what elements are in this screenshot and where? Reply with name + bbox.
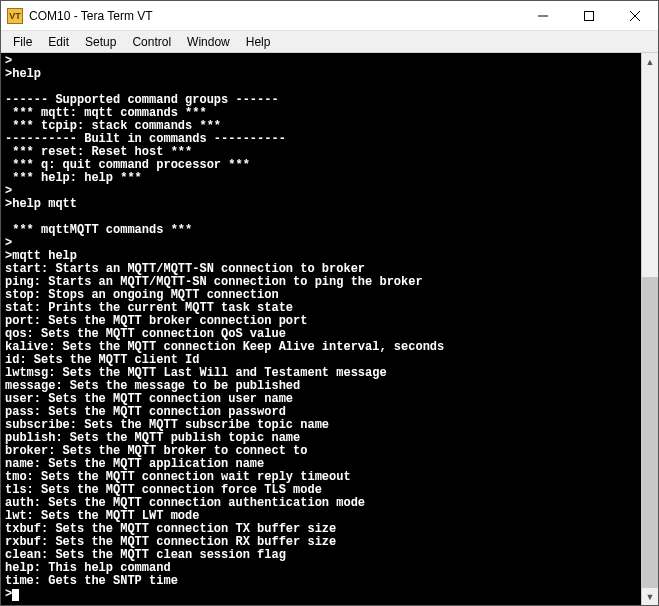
menu-control[interactable]: Control bbox=[124, 33, 179, 51]
app-icon: VT bbox=[7, 8, 23, 24]
scrollbar[interactable]: ▲ ▼ bbox=[641, 53, 658, 605]
svg-rect-1 bbox=[585, 11, 594, 20]
scroll-thumb[interactable] bbox=[642, 277, 658, 588]
window-title: COM10 - Tera Term VT bbox=[29, 9, 520, 23]
maximize-button[interactable] bbox=[566, 1, 612, 30]
scroll-track[interactable] bbox=[642, 70, 658, 588]
scroll-up-button[interactable]: ▲ bbox=[642, 53, 658, 70]
menu-setup[interactable]: Setup bbox=[77, 33, 124, 51]
titlebar: VT COM10 - Tera Term VT bbox=[1, 1, 658, 31]
cursor bbox=[12, 589, 19, 601]
minimize-button[interactable] bbox=[520, 1, 566, 30]
terminal-output[interactable]: > >help ------ Supported command groups … bbox=[1, 53, 641, 605]
menu-help[interactable]: Help bbox=[238, 33, 279, 51]
scroll-down-button[interactable]: ▼ bbox=[642, 588, 658, 605]
close-button[interactable] bbox=[612, 1, 658, 30]
menu-edit[interactable]: Edit bbox=[40, 33, 77, 51]
terminal-area: > >help ------ Supported command groups … bbox=[1, 53, 658, 605]
menubar: File Edit Setup Control Window Help bbox=[1, 31, 658, 53]
window-buttons bbox=[520, 1, 658, 30]
menu-window[interactable]: Window bbox=[179, 33, 238, 51]
menu-file[interactable]: File bbox=[5, 33, 40, 51]
